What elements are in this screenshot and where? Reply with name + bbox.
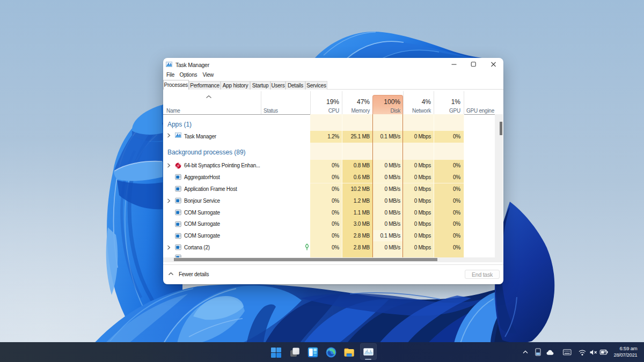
svg-text:6:59 am: 6:59 am <box>620 345 638 351</box>
svg-text:28/07/2021: 28/07/2021 <box>614 352 638 358</box>
